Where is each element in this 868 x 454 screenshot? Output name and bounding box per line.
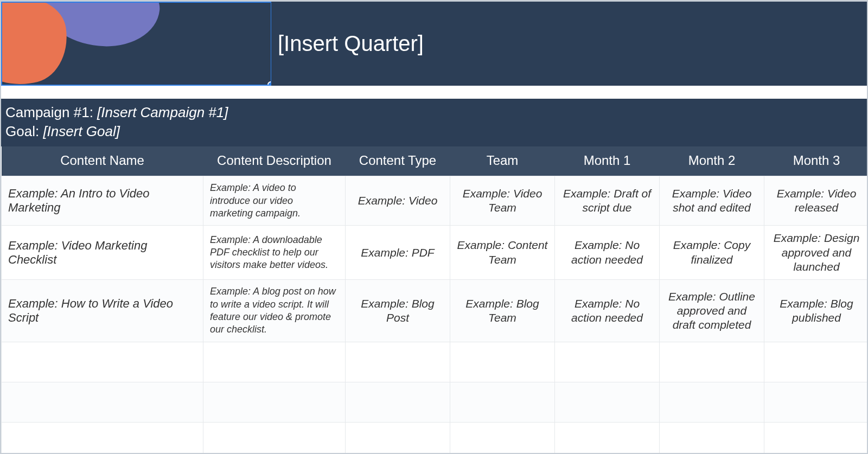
cell-content-type[interactable]: [346, 342, 450, 382]
header-title-cell[interactable]: [Insert Quarter]: [271, 2, 867, 86]
cell-month-1[interactable]: [555, 422, 660, 454]
table-row[interactable]: Example: How to Write a Video Script Exa…: [2, 280, 869, 342]
cell-team[interactable]: Example: Video Team: [450, 176, 555, 226]
cell-month-2[interactable]: [660, 382, 764, 422]
table-row[interactable]: [2, 382, 869, 422]
content-plan-table: Content Name Content Description Content…: [1, 146, 868, 454]
cell-team[interactable]: [450, 382, 555, 422]
cell-content-desc[interactable]: Example: A blog post on how to write a v…: [203, 280, 346, 342]
cell-content-type[interactable]: Example: PDF: [346, 226, 450, 280]
cell-content-name[interactable]: Example: How to Write a Video Script: [2, 280, 203, 342]
cell-content-type[interactable]: [346, 382, 450, 422]
selection-handle-icon[interactable]: [267, 81, 271, 86]
page-container: [Insert Quarter] Campaign #1: [Insert Ca…: [0, 0, 868, 454]
col-team[interactable]: Team: [450, 146, 555, 176]
cell-month-1[interactable]: [555, 382, 660, 422]
col-month-1[interactable]: Month 1: [555, 146, 660, 176]
header-title: [Insert Quarter]: [278, 31, 424, 56]
cell-team[interactable]: Example: Blog Team: [450, 280, 555, 342]
cell-month-3[interactable]: Example: Design approved and launched: [764, 226, 869, 280]
cell-month-2[interactable]: [660, 342, 764, 382]
cell-content-desc[interactable]: Example: A downloadable PDF checklist to…: [203, 226, 346, 280]
cell-team[interactable]: Example: Content Team: [450, 226, 555, 280]
cell-content-desc[interactable]: [203, 422, 346, 454]
col-month-2[interactable]: Month 2: [660, 146, 764, 176]
cell-team[interactable]: [450, 342, 555, 382]
header-row: [Insert Quarter]: [1, 2, 867, 86]
table-row[interactable]: Example: An Intro to Video Marketing Exa…: [2, 176, 869, 226]
cell-month-2[interactable]: Example: Copy finalized: [660, 226, 764, 280]
cell-content-name[interactable]: Example: An Intro to Video Marketing: [2, 176, 203, 226]
cell-content-type[interactable]: [346, 422, 450, 454]
cell-content-type[interactable]: Example: Video: [346, 176, 450, 226]
col-content-name[interactable]: Content Name: [2, 146, 203, 176]
cell-content-name[interactable]: Example: Video Marketing Checklist: [2, 226, 203, 280]
cell-content-name[interactable]: [2, 422, 203, 454]
cell-content-desc[interactable]: [203, 342, 346, 382]
table-header-row: Content Name Content Description Content…: [2, 146, 869, 176]
campaign-info-row[interactable]: Campaign #1: [Insert Campaign #1] Goal: …: [1, 99, 867, 146]
col-content-description[interactable]: Content Description: [203, 146, 346, 176]
col-content-type[interactable]: Content Type: [346, 146, 450, 176]
cell-month-1[interactable]: Example: Draft of script due: [555, 176, 660, 226]
cell-month-1[interactable]: Example: No action needed: [555, 226, 660, 280]
cell-month-1[interactable]: [555, 342, 660, 382]
cell-content-name[interactable]: [2, 342, 203, 382]
cell-month-3[interactable]: Example: Video released: [764, 176, 869, 226]
cell-month-2[interactable]: Example: Outline approved and draft comp…: [660, 280, 764, 342]
cell-content-name[interactable]: [2, 382, 203, 422]
spacer-row: [1, 86, 867, 99]
table-row[interactable]: Example: Video Marketing Checklist Examp…: [2, 226, 869, 280]
cell-month-3[interactable]: [764, 422, 869, 454]
col-month-3[interactable]: Month 3: [764, 146, 869, 176]
cell-content-desc[interactable]: [203, 382, 346, 422]
cell-content-desc[interactable]: Example: A video to introduce our video …: [203, 176, 346, 226]
header-art-cell-selected[interactable]: [1, 2, 271, 86]
campaign-label: Campaign #1:: [5, 104, 97, 120]
cell-month-3[interactable]: [764, 342, 869, 382]
cell-team[interactable]: [450, 422, 555, 454]
cell-month-1[interactable]: Example: No action needed: [555, 280, 660, 342]
cell-content-type[interactable]: Example: Blog Post: [346, 280, 450, 342]
cell-month-2[interactable]: Example: Video shot and edited: [660, 176, 764, 226]
goal-value: [Insert Goal]: [43, 123, 120, 139]
cell-month-3[interactable]: [764, 382, 869, 422]
cell-month-2[interactable]: [660, 422, 764, 454]
goal-label: Goal:: [5, 123, 43, 139]
table-row[interactable]: [2, 342, 869, 382]
campaign-value: [Insert Campaign #1]: [97, 104, 228, 120]
cell-month-3[interactable]: Example: Blog published: [764, 280, 869, 342]
table-row[interactable]: [2, 422, 869, 454]
